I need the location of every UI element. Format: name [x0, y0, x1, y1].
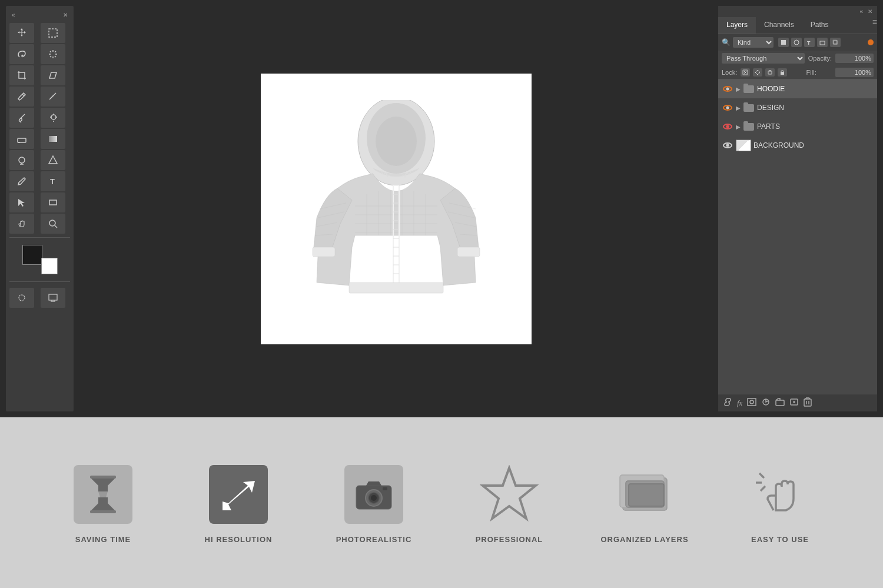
path-selection-tool[interactable]: [9, 192, 34, 212]
layer-expand-design[interactable]: ▶: [736, 105, 741, 111]
filter-active-dot: [868, 39, 874, 45]
pen-tool[interactable]: [9, 171, 34, 191]
layer-item-hoodie[interactable]: ▶ HOODIE: [718, 79, 877, 98]
kind-filter-select[interactable]: Kind Name Effect Mode Attribute Color: [733, 37, 774, 48]
background-color[interactable]: [41, 258, 58, 274]
layer-visibility-design[interactable]: [722, 102, 733, 114]
type-tool[interactable]: T: [41, 171, 65, 191]
svg-rect-78: [776, 400, 784, 406]
hand-tool[interactable]: [9, 214, 34, 234]
fx-icon[interactable]: fx: [737, 398, 742, 408]
svg-line-102: [759, 473, 764, 478]
adjustment-filter-icon[interactable]: [791, 38, 802, 47]
feature-photorealistic: PHOTOREALISTIC: [315, 462, 433, 544]
layer-item-background[interactable]: BACKGROUND: [718, 136, 877, 155]
filter-icons: T: [778, 38, 841, 47]
svg-rect-15: [49, 136, 57, 142]
panel-menu-icon[interactable]: ≡: [872, 17, 877, 34]
expand-icon-bg: [209, 465, 268, 524]
svg-rect-62: [313, 247, 335, 257]
svg-line-104: [761, 486, 765, 491]
panel-bottom-bar: fx: [718, 394, 877, 411]
hi-resolution-label: HI RESOLUTION: [205, 535, 273, 544]
features-bar: SAVING TIME HI RESOLUTION: [0, 417, 883, 588]
eyedropper-tool[interactable]: [9, 87, 34, 107]
svg-line-6: [55, 56, 56, 57]
layer-visibility-parts[interactable]: [722, 121, 733, 132]
layer-mask-icon[interactable]: [747, 398, 756, 408]
lock-pixels-icon[interactable]: [741, 68, 750, 77]
layer-visibility-hoodie[interactable]: [722, 83, 733, 95]
panel-top-bar: « ✕: [718, 6, 877, 17]
svg-line-8: [50, 56, 51, 57]
svg-point-13: [51, 115, 56, 119]
new-group-icon[interactable]: [775, 398, 785, 408]
layer-expand-parts[interactable]: ▶: [736, 124, 741, 130]
type-filter-icon[interactable]: T: [804, 38, 815, 47]
toolbar-close[interactable]: ✕: [63, 12, 68, 18]
organized-layers-icon-wrap: [612, 462, 677, 527]
svg-marker-9: [49, 72, 57, 78]
svg-marker-20: [18, 199, 25, 207]
zoom-tool[interactable]: [41, 214, 65, 234]
svg-rect-67: [820, 41, 825, 45]
lock-position-icon[interactable]: [753, 68, 762, 77]
svg-rect-61: [349, 283, 443, 293]
layers-icon: [617, 466, 673, 522]
dodge-tool[interactable]: [9, 150, 34, 170]
eraser-tool[interactable]: [9, 129, 34, 149]
shape-filter-icon[interactable]: [817, 38, 828, 47]
panel-collapse[interactable]: «: [859, 8, 863, 15]
move-tool[interactable]: [9, 23, 34, 43]
link-layers-icon[interactable]: [723, 398, 732, 408]
svg-point-16: [19, 157, 25, 163]
feature-saving-time: SAVING TIME: [44, 462, 162, 544]
panel-close-icon[interactable]: ✕: [868, 8, 872, 15]
lock-artboard-icon[interactable]: [765, 68, 775, 77]
brush-tool[interactable]: [9, 108, 34, 128]
tab-paths[interactable]: Paths: [802, 17, 837, 34]
delete-layer-icon[interactable]: [804, 397, 812, 408]
color-swatches[interactable]: [22, 245, 58, 274]
new-layer-icon[interactable]: [789, 398, 799, 408]
layer-item-parts[interactable]: ▶ PARTS: [718, 117, 877, 136]
quick-mask-tool[interactable]: [9, 288, 34, 308]
blur-tool[interactable]: [41, 150, 65, 170]
toolbar-collapse[interactable]: «: [12, 12, 15, 18]
feature-hi-resolution: HI RESOLUTION: [180, 462, 297, 544]
blend-mode-select[interactable]: Pass Through Normal Dissolve Multiply Sc…: [722, 53, 805, 64]
gradient-tool[interactable]: [41, 129, 65, 149]
lasso-tool[interactable]: [9, 44, 34, 64]
tab-channels[interactable]: Channels: [756, 17, 802, 34]
svg-line-12: [52, 95, 54, 97]
screen-mode-tool[interactable]: [41, 288, 65, 308]
foreground-color[interactable]: [22, 245, 42, 265]
layer-visibility-background[interactable]: [722, 139, 733, 151]
pixel-filter-icon[interactable]: [778, 38, 789, 47]
ruler-tool[interactable]: [41, 87, 65, 107]
blend-mode-row: Pass Through Normal Dissolve Multiply Sc…: [718, 51, 877, 66]
lock-all-icon[interactable]: [778, 68, 787, 77]
magic-wand-tool[interactable]: [41, 44, 65, 64]
opacity-input[interactable]: [835, 54, 874, 63]
layer-item-design[interactable]: ▶ DESIGN: [718, 98, 877, 117]
layer-expand-hoodie[interactable]: ▶: [736, 86, 741, 92]
svg-point-95: [371, 495, 377, 501]
svg-rect-74: [781, 72, 784, 75]
svg-point-24: [19, 295, 25, 301]
feature-easy-to-use: EASY TO USE: [721, 462, 839, 544]
svg-marker-97: [483, 468, 536, 519]
fill-input[interactable]: [835, 68, 874, 77]
tab-layers[interactable]: Layers: [718, 17, 756, 34]
adjustment-layer-icon[interactable]: [761, 398, 771, 408]
clone-stamp-tool[interactable]: [41, 108, 65, 128]
marquee-tool[interactable]: [41, 23, 65, 43]
smart-object-filter-icon[interactable]: [830, 38, 841, 47]
rectangle-tool[interactable]: [41, 192, 65, 212]
crop-tool[interactable]: [9, 65, 34, 85]
hand-touch-icon: [753, 466, 806, 522]
perspective-crop-tool[interactable]: [41, 65, 65, 85]
folder-icon-parts: [743, 122, 755, 131]
svg-point-76: [750, 400, 753, 404]
hourglass-bg: [74, 465, 132, 524]
